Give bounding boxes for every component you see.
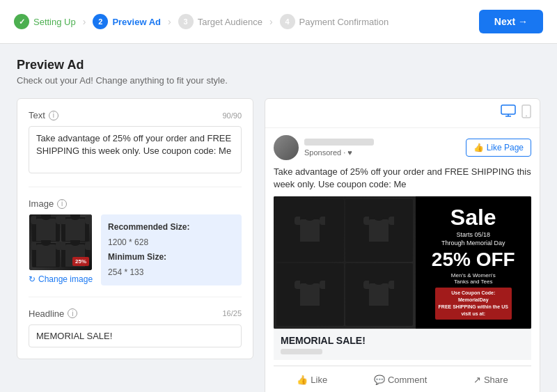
wizard-step-3[interactable]: 3 Target Audience [178, 14, 262, 29]
image-meta-box: Recommended Size: 1200 * 628 Minimum Siz… [101, 214, 242, 285]
next-button[interactable]: Next → [479, 10, 543, 33]
tshirt-shape-3 [36, 244, 56, 267]
fb-tshirt-grid [274, 196, 416, 329]
share-label: Share [484, 375, 508, 385]
fb-image-content: Sale Starts 05/18Through Memorial Day 25… [274, 196, 531, 329]
sale-text: Sale [450, 206, 496, 228]
tshirt-shape-2 [65, 219, 85, 241]
fb-tshirt-3 [276, 263, 344, 326]
comment-icon: 💬 [374, 375, 385, 385]
headline-char-count: 16/25 [222, 309, 242, 317]
step-1-circle: ✓ [14, 14, 29, 29]
fb-post-header: Sponsored · ♥ 👍 Like Page [274, 135, 531, 160]
main-content: Preview Ad Check out your Ad! Change any… [0, 44, 557, 392]
share-icon: ↗ [473, 375, 481, 385]
divider-1 [29, 187, 242, 187]
tshirt-2 [61, 217, 89, 242]
image-field-header: Image i [29, 198, 242, 209]
fb-post: Sponsored · ♥ 👍 Like Page Take advantage… [265, 128, 540, 392]
image-thumbnail: 25% [29, 214, 92, 270]
tshirt-preview: 25% [29, 214, 92, 270]
desktop-icon[interactable] [501, 104, 516, 122]
tshirt-1 [32, 217, 60, 242]
like-page-label: Like Page [487, 143, 524, 152]
like-label: Like [311, 375, 327, 385]
fb-share-button[interactable]: ↗ Share [465, 372, 517, 388]
image-field-label: Image [29, 198, 54, 209]
fb-headline-bar: MEMORIAL SALE! [274, 329, 531, 360]
fb-tshirt-shape-2 [369, 219, 389, 242]
wizard-step-1[interactable]: ✓ Setting Up [14, 14, 76, 29]
wizard-steps: ✓ Setting Up › 2 Preview Ad › 3 Target A… [14, 14, 389, 29]
mobile-icon[interactable] [521, 104, 531, 122]
svg-rect-0 [501, 105, 515, 114]
fb-tshirt-shape-3 [300, 283, 320, 306]
fb-tshirt-shape-4 [369, 283, 389, 306]
minimum-size-label: Minimum Size: [108, 250, 235, 264]
wizard-step-2[interactable]: 2 Preview Ad [93, 14, 161, 29]
thumbs-up-icon: 👍 [473, 143, 484, 152]
avatar [274, 135, 299, 160]
tshirt-shape-1 [36, 219, 56, 241]
fb-post-text: Take advantage of 25% off your order and… [274, 166, 531, 191]
preview-toolbar [265, 99, 540, 128]
like-page-button[interactable]: 👍 Like Page [466, 139, 531, 157]
image-section: 25% ↻ Change image Recommended Size: 120… [29, 214, 242, 285]
two-column-layout: Text i 90/90 Take advantage of 25% off y… [17, 98, 540, 392]
fb-domain-bar [281, 349, 322, 354]
fb-name-bar [304, 139, 374, 146]
text-field-label: Text [29, 110, 45, 120]
comment-label: Comment [388, 375, 427, 385]
fb-comment-button[interactable]: 💬 Comment [366, 372, 435, 388]
fb-image-right: Sale Starts 05/18Through Memorial Day 25… [416, 196, 532, 329]
text-label-group: Text i [29, 110, 58, 120]
fb-like-button[interactable]: 👍 Like [288, 372, 336, 388]
step-1-label: Setting Up [33, 17, 76, 27]
text-char-count: 90/90 [222, 111, 242, 120]
headline-field-header: Headline i 16/25 [29, 308, 242, 319]
step-3-label: Target Audience [198, 17, 262, 27]
change-image-button[interactable]: ↻ Change image [29, 274, 93, 284]
image-info-icon[interactable]: i [57, 199, 67, 209]
pct-off-text: 25% OFF [432, 250, 515, 269]
wizard-step-4[interactable]: 4 Payment Confirmation [280, 14, 389, 29]
fb-name-block: Sponsored · ♥ [304, 139, 374, 157]
right-panel: Sponsored · ♥ 👍 Like Page Take advantage… [265, 98, 540, 392]
image-label-group: Image i [29, 198, 67, 209]
step-arrow-1: › [83, 16, 86, 27]
fb-ad-image: Sale Starts 05/18Through Memorial Day 25… [274, 196, 531, 329]
wizard-bar: ✓ Setting Up › 2 Preview Ad › 3 Target A… [0, 0, 557, 44]
fb-headline-text: MEMORIAL SALE! [281, 335, 524, 346]
headline-info-icon[interactable]: i [68, 308, 77, 318]
tshirt-3 [32, 243, 60, 267]
step-2-label: Preview Ad [112, 17, 161, 27]
fb-tshirt-shape-1 [300, 219, 320, 242]
step-2-circle: 2 [93, 14, 108, 29]
sale-starts-text: Starts 05/18Through Memorial Day [441, 231, 505, 247]
headline-input[interactable] [29, 324, 242, 347]
step-arrow-3: › [269, 16, 273, 27]
headline-field-label: Headline [29, 308, 64, 319]
recommended-size-label: Recommended Size: [108, 220, 235, 234]
fb-tshirt-4 [345, 263, 413, 326]
headline-label-group: Headline i [29, 308, 77, 319]
text-input[interactable]: Take advantage of 25% off your order and… [29, 126, 242, 173]
image-thumb-wrap: 25% ↻ Change image [29, 214, 93, 284]
step-arrow-2: › [168, 16, 171, 27]
page-title: Preview Ad [17, 58, 540, 72]
step-4-label: Payment Confirmation [299, 17, 389, 27]
text-field-header: Text i 90/90 [29, 110, 242, 120]
minimum-size-value: 254 * 133 [108, 267, 143, 277]
text-info-icon[interactable]: i [49, 111, 58, 120]
refresh-icon: ↻ [29, 274, 36, 284]
recommended-size-value: 1200 * 628 [108, 237, 148, 247]
page-subtitle: Check out your Ad! Change anything to fi… [17, 75, 540, 86]
fb-avatar-row: Sponsored · ♥ [274, 135, 374, 160]
left-panel: Text i 90/90 Take advantage of 25% off y… [17, 98, 253, 359]
like-icon: 👍 [297, 375, 308, 385]
fb-tshirt-1 [276, 199, 344, 262]
avatar-image [274, 135, 299, 160]
tshirt-overlay: 25% [72, 257, 89, 266]
step-4-circle: 4 [280, 14, 295, 29]
coupon-box: Use Coupon Code:MemorialDayFREE SHIPPING… [435, 288, 512, 319]
